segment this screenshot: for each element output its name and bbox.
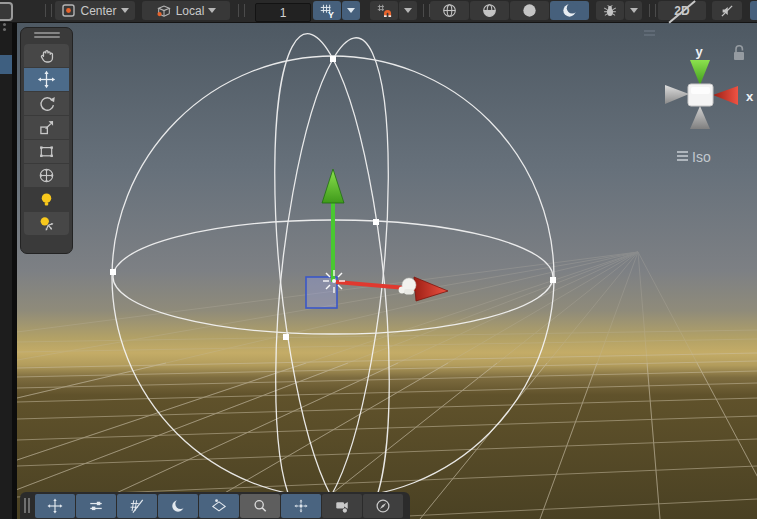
chevron-down-icon <box>208 8 216 13</box>
range-handle-top[interactable] <box>330 56 336 62</box>
center-tools-button[interactable] <box>281 494 321 518</box>
clipped-window-icon <box>0 2 13 21</box>
range-handle-back[interactable] <box>373 219 379 225</box>
shading-wireframe-button[interactable] <box>430 1 469 20</box>
move-tools-button[interactable] <box>35 494 75 518</box>
overlay-drag-handle[interactable] <box>24 498 26 513</box>
hand-icon <box>37 46 56 65</box>
range-handle-right[interactable] <box>550 277 556 283</box>
tool-handle-position-dropdown[interactable]: Center <box>55 1 135 20</box>
grid-y-snap-icon: Y <box>319 3 335 19</box>
wireframe-sphere-icon <box>441 2 458 19</box>
rotate-icon <box>37 94 56 113</box>
chevron-down-icon <box>121 8 129 13</box>
gizmo-y-label: y <box>695 44 703 59</box>
debug-draw-mode-button[interactable] <box>596 1 624 20</box>
chevron-down-icon <box>347 8 355 13</box>
unity-scene-view: y x Iso <box>0 0 757 519</box>
pivot-label: Center <box>80 4 116 18</box>
cameras-button[interactable] <box>322 494 362 518</box>
move-dot-icon <box>292 497 310 515</box>
grid-and-snap-button[interactable] <box>117 494 157 518</box>
light-bulb-icon <box>37 190 56 209</box>
snap-increment-input[interactable] <box>255 3 311 22</box>
orientation-button[interactable] <box>363 494 403 518</box>
bug-icon <box>602 3 618 19</box>
chevron-down-icon <box>404 8 412 13</box>
moon-icon <box>561 2 578 19</box>
scale-icon <box>37 118 56 137</box>
edit-light-tool-button[interactable] <box>24 212 69 235</box>
clipped-toolbar-button[interactable] <box>750 1 757 20</box>
chevron-down-icon <box>630 8 638 13</box>
gizmo-diamond-icon <box>210 497 228 515</box>
grid-snapping-button[interactable] <box>370 1 398 20</box>
shaded-sphere-icon <box>521 2 538 19</box>
view-2d-toggle[interactable]: 2D <box>658 1 706 20</box>
tool-settings-button[interactable] <box>76 494 116 518</box>
grid-magnet-icon <box>376 3 392 19</box>
debug-draw-mode-dropdown[interactable] <box>625 1 642 20</box>
view-tool-button[interactable] <box>24 44 69 67</box>
panel-divider <box>12 22 17 519</box>
tools-overlay <box>20 27 73 254</box>
moon-icon <box>169 497 187 515</box>
view-mode-label: Iso <box>692 149 711 165</box>
toolbar-separator <box>649 4 656 17</box>
audio-toggle[interactable] <box>712 1 742 20</box>
grid-snapping-dropdown[interactable] <box>399 1 417 20</box>
compass-icon <box>374 497 392 515</box>
rect-tool-button[interactable] <box>24 140 69 163</box>
transform-tool-button[interactable] <box>24 164 69 187</box>
grid-slash-icon <box>128 497 146 515</box>
shaded-wireframe-sphere-icon <box>481 2 498 19</box>
scale-tool-button[interactable] <box>24 116 69 139</box>
docked-panel-edge <box>0 0 12 519</box>
pivot-center-icon <box>61 3 76 18</box>
orientation-label: Local <box>176 4 205 18</box>
snap-increment-button[interactable]: Y <box>313 1 341 20</box>
sliders-icon <box>87 497 105 515</box>
overlay-drag-handle[interactable] <box>34 32 60 34</box>
toolbar-separator <box>238 4 245 17</box>
snap-increment-dropdown[interactable] <box>342 1 360 20</box>
scene-canvas: y x Iso <box>17 23 757 519</box>
range-handle-left[interactable] <box>110 269 116 275</box>
move-cross-icon <box>46 497 64 515</box>
panel-selection-fragment <box>0 55 12 74</box>
range-handle-front[interactable] <box>283 334 289 340</box>
toolbar-separator <box>423 4 430 17</box>
move-tool-button[interactable] <box>24 68 69 91</box>
tool-handle-rotation-dropdown[interactable]: Local <box>142 1 230 20</box>
move-icon <box>37 70 56 89</box>
gizmo-x-label: x <box>746 89 754 104</box>
search-button[interactable] <box>240 494 280 518</box>
camera-icon <box>333 497 351 515</box>
scene-view-toolbar: Center Local <box>0 0 757 23</box>
toolbar-separator <box>45 4 52 17</box>
search-icon <box>251 497 269 515</box>
rect-icon <box>37 142 56 161</box>
light-component-tool-button[interactable] <box>24 188 69 211</box>
gizmo-cube-highlight <box>691 87 710 94</box>
transform-icon <box>37 166 56 185</box>
scene-lighting-toggle[interactable] <box>550 1 589 20</box>
rotate-tool-button[interactable] <box>24 92 69 115</box>
light-edit-icon <box>37 214 56 233</box>
scene-render-mode-button[interactable] <box>158 494 198 518</box>
scene-viewport[interactable]: y x Iso <box>17 23 757 519</box>
local-axis-icon <box>156 3 172 19</box>
shading-shaded-button[interactable] <box>510 1 549 20</box>
overlay-toolbar-bottom <box>20 492 410 519</box>
gizmos-button[interactable] <box>199 494 239 518</box>
audio-muted-icon <box>719 3 735 19</box>
svg-text:Y: Y <box>328 9 334 18</box>
shading-shaded-wireframe-button[interactable] <box>470 1 509 20</box>
